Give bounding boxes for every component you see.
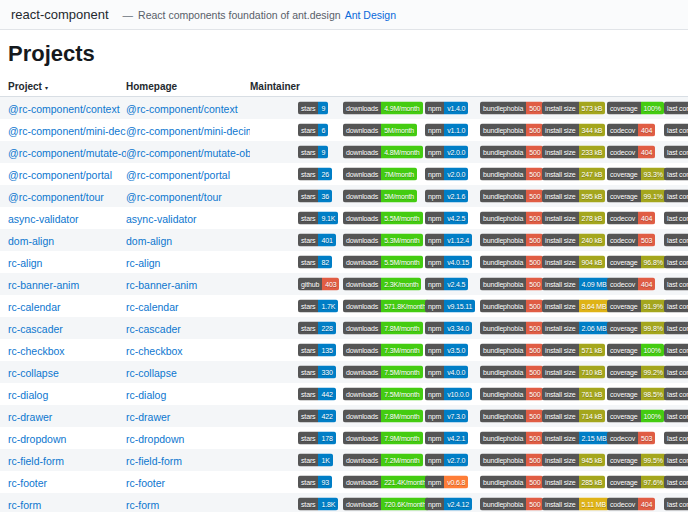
coverage-badge[interactable]: codecov404: [607, 146, 655, 159]
bundlephobia-badge[interactable]: bundlephobia500: [480, 366, 543, 379]
npm-badge[interactable]: npmv2.4.12: [425, 498, 472, 511]
bundlephobia-badge[interactable]: bundlephobia500: [480, 146, 543, 159]
coverage-badge[interactable]: coverage99.2%: [607, 366, 666, 379]
coverage-badge[interactable]: coverage98.5%: [607, 388, 666, 401]
downloads-badge[interactable]: downloads4.9M/month: [343, 102, 423, 115]
downloads-badge[interactable]: downloads7.2M/month: [343, 454, 423, 467]
bundlephobia-badge[interactable]: bundlephobia500: [480, 410, 543, 423]
homepage-link[interactable]: rc-drawer: [126, 411, 170, 423]
coverage-badge[interactable]: codecov503: [607, 432, 655, 445]
coverage-badge[interactable]: coverage93.3%: [607, 168, 666, 181]
install-size-badge[interactable]: install size595 kB: [542, 190, 605, 203]
install-size-badge[interactable]: install size247 kB: [542, 168, 605, 181]
bundlephobia-badge[interactable]: bundlephobia500: [480, 476, 543, 489]
last-commit-badge[interactable]: last commit: [664, 256, 688, 269]
install-size-badge[interactable]: install size8.64 MB: [542, 300, 610, 313]
install-size-badge[interactable]: install size285 kB: [542, 476, 605, 489]
last-commit-badge[interactable]: last commit: [664, 146, 688, 159]
stars-badge[interactable]: stars9: [298, 146, 328, 159]
coverage-badge[interactable]: codecov404: [607, 124, 655, 137]
project-link[interactable]: @rc-component/portal: [8, 169, 112, 181]
stars-badge[interactable]: stars135: [298, 344, 336, 357]
bundlephobia-badge[interactable]: bundlephobia500: [480, 256, 543, 269]
downloads-badge[interactable]: downloads7M/month: [343, 168, 417, 181]
npm-badge[interactable]: npmv3.34.0: [425, 322, 472, 335]
homepage-link[interactable]: rc-dialog: [126, 389, 166, 401]
install-size-badge[interactable]: install size2.15 MB: [542, 432, 610, 445]
last-commit-badge[interactable]: last commit: [664, 432, 688, 445]
homepage-link[interactable]: dom-align: [126, 235, 172, 247]
column-header-maintainer[interactable]: Maintainer: [250, 81, 298, 92]
install-size-badge[interactable]: install size4.09 MB: [542, 278, 610, 291]
ant-design-link[interactable]: Ant Design: [345, 9, 396, 21]
bundlephobia-badge[interactable]: bundlephobia500: [480, 190, 543, 203]
bundlephobia-badge[interactable]: bundlephobia500: [480, 388, 543, 401]
stars-badge[interactable]: stars82: [298, 256, 332, 269]
downloads-badge[interactable]: downloads7.5M/month: [343, 366, 423, 379]
coverage-badge[interactable]: coverage97.6%: [607, 476, 666, 489]
homepage-link[interactable]: rc-field-form: [126, 455, 182, 467]
homepage-link[interactable]: rc-collapse: [126, 367, 177, 379]
stars-badge[interactable]: stars26: [298, 168, 332, 181]
project-link[interactable]: rc-field-form: [8, 455, 64, 467]
project-link[interactable]: rc-form: [8, 499, 41, 511]
npm-badge[interactable]: npmv7.3.0: [425, 410, 468, 423]
bundlephobia-badge[interactable]: bundlephobia500: [480, 234, 543, 247]
bundlephobia-badge[interactable]: bundlephobia500: [480, 432, 543, 445]
bundlephobia-badge[interactable]: bundlephobia500: [480, 102, 543, 115]
install-size-badge[interactable]: install size761 kB: [542, 388, 605, 401]
install-size-badge[interactable]: install size344 kB: [542, 124, 605, 137]
stars-badge[interactable]: stars9.1K: [298, 212, 338, 225]
npm-badge[interactable]: npmv1.12.4: [425, 234, 472, 247]
project-link[interactable]: rc-dialog: [8, 389, 48, 401]
last-commit-badge[interactable]: last commit: [664, 300, 688, 313]
last-commit-badge[interactable]: last commit: [664, 498, 688, 511]
last-commit-badge[interactable]: last commit: [664, 190, 688, 203]
coverage-badge[interactable]: coverage100%: [607, 102, 664, 115]
project-link[interactable]: rc-calendar: [8, 301, 61, 313]
homepage-link[interactable]: rc-align: [126, 257, 160, 269]
last-commit-badge[interactable]: last commit: [664, 476, 688, 489]
homepage-link[interactable]: rc-form: [126, 499, 159, 511]
last-commit-badge[interactable]: last commit: [664, 212, 688, 225]
project-link[interactable]: rc-footer: [8, 477, 47, 489]
npm-badge[interactable]: npmv1.4.0: [425, 102, 468, 115]
install-size-badge[interactable]: install size573 kB: [542, 102, 605, 115]
homepage-link[interactable]: rc-checkbox: [126, 345, 183, 357]
npm-badge[interactable]: npmv1.1.0: [425, 124, 468, 137]
npm-badge[interactable]: npmv2.4.5: [425, 278, 468, 291]
downloads-badge[interactable]: downloads7.5M/month: [343, 388, 423, 401]
install-size-badge[interactable]: install size945 kB: [542, 454, 605, 467]
coverage-badge[interactable]: coverage99.8%: [607, 322, 666, 335]
homepage-link[interactable]: @rc-component/tour: [126, 191, 222, 203]
stars-badge[interactable]: github403: [298, 278, 339, 291]
downloads-badge[interactable]: downloads5.5M/month: [343, 256, 423, 269]
last-commit-badge[interactable]: last commit: [664, 278, 688, 291]
downloads-badge[interactable]: downloads720.6K/month: [343, 498, 429, 511]
install-size-badge[interactable]: install size571 kB: [542, 344, 605, 357]
downloads-badge[interactable]: downloads5M/month: [343, 190, 417, 203]
column-header-project[interactable]: Project ▾: [0, 81, 126, 92]
homepage-link[interactable]: async-validator: [126, 213, 197, 225]
stars-badge[interactable]: stars442: [298, 388, 336, 401]
stars-badge[interactable]: stars1.8K: [298, 498, 338, 511]
bundlephobia-badge[interactable]: bundlephobia500: [480, 124, 543, 137]
project-link[interactable]: dom-align: [8, 235, 54, 247]
coverage-badge[interactable]: codecov404: [607, 498, 655, 511]
npm-badge[interactable]: npmv2.1.6: [425, 190, 468, 203]
last-commit-badge[interactable]: last commit: [664, 344, 688, 357]
project-link[interactable]: async-validator: [8, 213, 79, 225]
project-link[interactable]: @rc-component/tour: [8, 191, 104, 203]
npm-badge[interactable]: npmv4.2.1: [425, 432, 468, 445]
last-commit-badge[interactable]: last commit: [664, 168, 688, 181]
bundlephobia-badge[interactable]: bundlephobia500: [480, 344, 543, 357]
last-commit-badge[interactable]: last commit: [664, 322, 688, 335]
last-commit-badge[interactable]: last commit: [664, 124, 688, 137]
coverage-badge[interactable]: coverage99.5%: [607, 454, 666, 467]
downloads-badge[interactable]: downloads5.3M/month: [343, 234, 423, 247]
stars-badge[interactable]: stars401: [298, 234, 336, 247]
project-link[interactable]: rc-align: [8, 257, 42, 269]
project-link[interactable]: @rc-component/context: [8, 103, 120, 115]
column-header-homepage[interactable]: Homepage: [126, 81, 250, 92]
downloads-badge[interactable]: downloads4.8M/month: [343, 146, 423, 159]
